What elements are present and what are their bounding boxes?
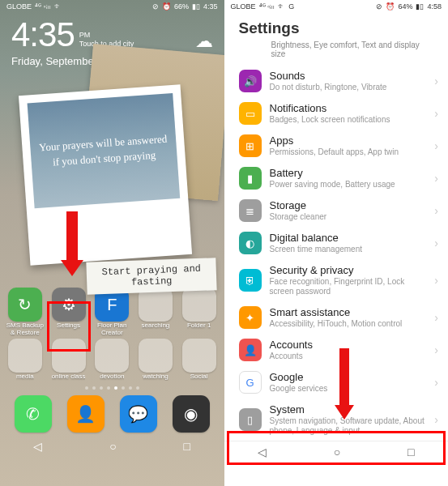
chevron-right-icon: ›: [434, 107, 438, 120]
dock: ✆👤💬◉: [0, 392, 224, 436]
page-title: Settings: [224, 13, 449, 40]
app-label: watching: [143, 373, 169, 381]
folder-icon: [182, 339, 216, 373]
settings-subtitle: Power saving mode, Battery usage: [270, 180, 427, 190]
app-label: Settings: [57, 322, 80, 337]
settings-row-apps[interactable]: ⊞AppsPermissions, Default apps, App twin…: [224, 130, 449, 162]
signal-icon: ⁴ᴳ ◦ᵢₗₗ: [259, 2, 275, 11]
app-media[interactable]: media: [5, 339, 45, 381]
settings-row-storage[interactable]: ≣StorageStorage cleaner›: [224, 194, 449, 227]
settings-row-security-privacy[interactable]: ⛨Security & privacyFace recognition, Fin…: [224, 259, 449, 301]
settings-row-notifications[interactable]: ▭NotificationsBadges, Lock screen notifi…: [224, 97, 449, 130]
settings-row-smart-assistance[interactable]: ✦Smart assistanceAccessibility, HiTouch,…: [224, 301, 449, 334]
settings-subtitle: Storage cleaner: [270, 212, 427, 222]
settings-subtitle: Accessibility, HiTouch, Motion control: [270, 319, 427, 329]
home-button[interactable]: ○: [334, 446, 340, 458]
settings-row-sounds[interactable]: 🔊SoundsDo not disturb, Ringtone, Vibrate…: [224, 65, 449, 97]
chevron-right-icon: ›: [434, 311, 438, 324]
app-folder-1[interactable]: Folder 1: [179, 288, 220, 337]
settings-row-battery[interactable]: ▮BatteryPower saving mode, Battery usage…: [224, 162, 449, 194]
app-settings[interactable]: ⚙Settings: [49, 288, 89, 337]
polaroid-text: Your prayers will be answered if you don…: [28, 93, 181, 208]
status-time: 4:58: [427, 2, 442, 11]
settings-icon: ▯: [239, 408, 262, 431]
carrier-label: GLOBE: [6, 2, 32, 11]
signal-icon: ⁴ᴳ ◦ᵢₗₗ: [35, 2, 51, 11]
settings-title: Sounds: [270, 70, 427, 82]
display-row-sub[interactable]: Brightness, Eye comfort, Text and displa…: [224, 40, 449, 65]
settings-subtitle: Face recognition, Fingerprint ID, Lock s…: [270, 277, 427, 296]
back-button[interactable]: ◁: [258, 446, 267, 458]
settings-icon: G: [239, 371, 262, 394]
home-screen: GLOBE ⁴ᴳ ◦ᵢₗₗ ᯤ ⊘ ⏰ 66% ▮▯ 4:35 4:35 PM …: [0, 0, 224, 486]
settings-icon: ▭: [239, 102, 262, 125]
settings-icon: ⛨: [239, 269, 262, 292]
back-button[interactable]: ◁: [33, 440, 42, 453]
chevron-right-icon: ›: [434, 237, 438, 249]
settings-screen: GLOBE ⁴ᴳ ◦ᵢₗₗ ᯤ G ⊘ ⏰ 64% ▮▯ 4:58 Settin…: [224, 0, 449, 486]
settings-title: Storage: [270, 199, 427, 211]
page-indicator[interactable]: [0, 384, 224, 392]
battery-icon: ▮▯: [416, 2, 424, 11]
settings-icon: 🔊: [239, 70, 262, 92]
nav-bar: ◁ ○ □: [224, 441, 449, 462]
app-watching[interactable]: watching: [135, 339, 176, 381]
app-label: media: [16, 373, 34, 381]
chevron-right-icon: ›: [434, 413, 438, 426]
folder-icon: [182, 288, 216, 322]
nav-bar: ◁ ○ □: [0, 436, 224, 457]
app-searching[interactable]: searching: [135, 288, 176, 337]
app-label: devotion: [100, 373, 124, 381]
app-contacts[interactable]: 👤: [66, 395, 106, 433]
settings-subtitle: Permissions, Default apps, App twin: [270, 147, 427, 157]
app-label: Floor Plan Creator: [92, 322, 132, 337]
status-bar: GLOBE ⁴ᴳ ◦ᵢₗₗ ᯤ ⊘ ⏰ 66% ▮▯ 4:35: [0, 0, 224, 13]
tutorial-arrow-icon: [335, 348, 354, 429]
mode-label: G: [288, 2, 294, 11]
settings-icon: 👤: [239, 339, 262, 361]
app-social[interactable]: Social: [179, 339, 220, 381]
settings-title: Apps: [270, 134, 427, 147]
settings-icon: ▮: [239, 167, 262, 190]
app-label: SMS Backup & Restore: [5, 322, 45, 337]
app-camera[interactable]: ◉: [171, 395, 211, 433]
alarm-icon: ⏰: [386, 2, 395, 11]
battery-icon: ▮▯: [192, 2, 200, 11]
chevron-right-icon: ›: [434, 274, 438, 287]
app-sms-backup-restore[interactable]: ↻SMS Backup & Restore: [5, 288, 45, 337]
polaroid-photo: Your prayers will be answered if you don…: [19, 84, 192, 265]
wallpaper-widgets: Your prayers will be answered if you don…: [0, 74, 224, 284]
battery-pct: 66%: [174, 2, 189, 11]
app-label: Folder 1: [187, 322, 211, 337]
folder-icon: [52, 339, 86, 373]
sticky-note: Start praying and fasting: [86, 258, 216, 295]
settings-icon: ≣: [239, 199, 262, 222]
chevron-right-icon: ›: [434, 172, 438, 185]
app-grid: ↻SMS Backup & Restore⚙SettingsFFloor Pla…: [0, 284, 224, 384]
home-button[interactable]: ○: [109, 440, 116, 453]
wifi-icon: ᯤ: [278, 2, 285, 11]
app-devotion[interactable]: devotion: [92, 339, 132, 381]
folder-icon: [8, 339, 42, 373]
app-floor-plan-creator[interactable]: FFloor Plan Creator: [92, 288, 132, 337]
wifi-icon: ᯤ: [54, 2, 62, 11]
settings-row-digital-balance[interactable]: ◐Digital balanceScreen time management›: [224, 227, 449, 259]
recents-button[interactable]: □: [184, 440, 190, 453]
app-online-class[interactable]: online class: [49, 339, 89, 381]
status-time: 4:35: [203, 2, 218, 11]
settings-title: Battery: [270, 167, 427, 179]
app-label: online class: [52, 373, 86, 381]
carrier-label: GLOBE: [231, 2, 256, 11]
settings-subtitle: Screen time management: [270, 245, 427, 254]
settings-icon: ◐: [239, 232, 262, 254]
settings-icon: ⊞: [239, 134, 262, 157]
clock-time: 4:35: [11, 18, 75, 52]
status-bar: GLOBE ⁴ᴳ ◦ᵢₗₗ ᯤ G ⊘ ⏰ 64% ▮▯ 4:58: [224, 0, 449, 13]
weather-icon[interactable]: ☁: [195, 31, 213, 52]
app-messages[interactable]: 💬: [118, 395, 159, 433]
recents-button[interactable]: □: [407, 446, 414, 458]
settings-icon: ✦: [239, 306, 262, 329]
folder-icon: [139, 339, 173, 373]
app-phone[interactable]: ✆: [13, 395, 53, 433]
settings-subtitle: Badges, Lock screen notifications: [270, 115, 427, 125]
